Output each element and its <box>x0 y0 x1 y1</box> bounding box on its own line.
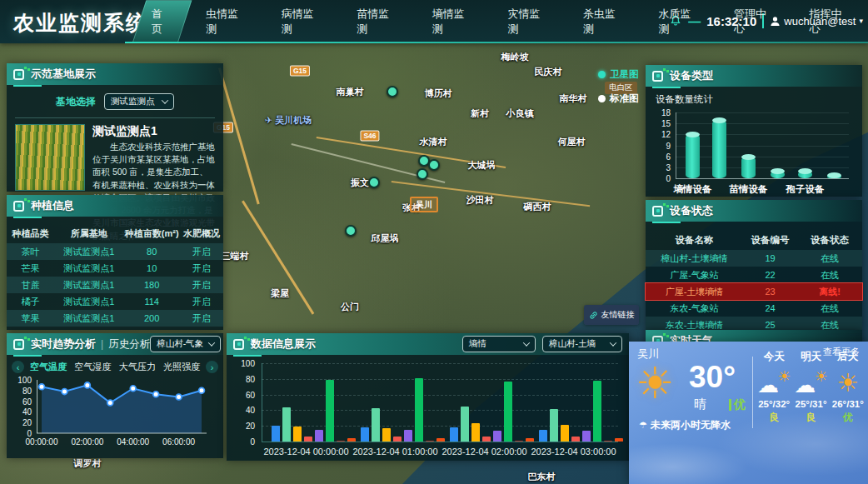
forecast-column-1: 明天☀☁25°/31°良 <box>792 350 829 425</box>
bar <box>471 423 480 442</box>
nav-item-0[interactable]: 首页 <box>139 0 185 43</box>
table-cell: 开启 <box>180 246 223 258</box>
map-place-label: 公门 <box>341 301 359 313</box>
table-header-row: 设备名称设备编号设备状态 <box>646 230 862 250</box>
y-axis-label: 100 <box>10 376 32 385</box>
y-axis-label: 20 <box>10 418 32 427</box>
device-id: 25 <box>743 320 797 330</box>
panel-header: 设备类型 <box>646 65 862 87</box>
device-type-bar-chart: 0369121518墒情设备苗情设备孢子设备 <box>646 107 862 196</box>
x-axis-label: 苗情设备 <box>721 183 776 196</box>
column-header: 水肥概况 <box>180 227 223 240</box>
bar <box>550 409 558 442</box>
nav-item-4[interactable]: 墒情监测 <box>420 0 487 43</box>
panel-header: 种植信息 <box>7 195 223 217</box>
panel-icon <box>13 201 24 212</box>
bar <box>415 378 423 442</box>
panel-header: 实时趋势分析 | 历史分析 樟山村-气象 <box>7 333 223 355</box>
device-marker[interactable] <box>345 225 357 237</box>
chevron-down-icon <box>162 97 168 103</box>
trend-tab-3[interactable]: 光照强度 <box>160 359 203 375</box>
forecast-quality: 良 <box>792 411 829 425</box>
y-axis-label: 60 <box>233 391 255 400</box>
radio-dot-icon <box>598 95 606 102</box>
data-type-select[interactable]: 墒情 <box>462 336 536 352</box>
bar <box>304 437 312 442</box>
forecast-columns: 今天☀☁25°/32°良明天☀☁25°/31°良后天☀26°/31°优 <box>756 350 866 425</box>
device-marker[interactable] <box>368 177 380 188</box>
map-place-label: 民庆村 <box>535 66 562 78</box>
nav-item-label: 虫情监测 <box>206 7 238 35</box>
map-layer-toggle: 卫星图 标准图 <box>598 68 639 107</box>
map-place-label: 沙田村 <box>466 194 494 207</box>
device-id: 22 <box>743 270 797 280</box>
layer-option-satellite[interactable]: 卫星图 <box>598 68 639 81</box>
y-axis-label: 15 <box>649 119 671 128</box>
nav-item-label: 杀虫监测 <box>583 7 616 35</box>
table-cell: 114 <box>123 297 180 307</box>
trend-tab-0[interactable]: 空气温度 <box>27 359 70 375</box>
device-marker[interactable] <box>428 159 440 171</box>
grid-line <box>262 379 618 380</box>
nav-item-1[interactable]: 虫情监测 <box>193 0 261 43</box>
x-axis-label: 孢子设备 <box>778 183 833 196</box>
layer-option-standard[interactable]: 标准图 <box>598 92 639 105</box>
map-place-label: 新村 <box>471 107 489 120</box>
table-cell: 测试监测点1 <box>54 312 123 325</box>
bar <box>272 426 280 442</box>
trend-station-select[interactable]: 樟山村-气象 <box>150 336 221 352</box>
base-select-label: 基地选择 <box>56 95 96 109</box>
table-cell: 苹果 <box>7 312 54 325</box>
map-place-label: 巴东村 <box>528 471 556 483</box>
table-row: 广屋-土壤墒情23离线! <box>646 283 862 300</box>
y-axis-label: 40 <box>10 407 32 417</box>
base-select[interactable]: 测试监测点 <box>104 93 174 110</box>
table-row: 广屋-气象站22在线 <box>646 267 862 283</box>
nav-item-6[interactable]: 杀虫监测 <box>571 0 638 43</box>
panel-title: 数据信息展示 <box>251 337 316 352</box>
table-row: 橘子测试监测点1114开启 <box>7 293 223 310</box>
map-place-label: 博历村 <box>425 87 452 100</box>
panel-subtitle[interactable]: 历史分析 <box>108 337 150 352</box>
current-temp: 30° <box>689 360 736 395</box>
table-cell: 200 <box>123 313 180 323</box>
nav-item-3[interactable]: 苗情监测 <box>344 0 412 43</box>
forecast-temps: 26°/31° <box>830 399 866 409</box>
divider <box>752 357 753 428</box>
nav-item-2[interactable]: 病情监测 <box>269 0 337 43</box>
table-cell: 甘蔗 <box>7 279 54 292</box>
map-place-label: 何屋村 <box>558 136 586 148</box>
bar-cylinder <box>712 120 726 178</box>
city-label-box: 吴川 <box>410 197 438 212</box>
bar <box>526 438 534 442</box>
panel-icon <box>13 339 24 350</box>
table-cell: 开启 <box>180 296 223 308</box>
data-station-select[interactable]: 樟山村-土墒 <box>542 336 622 352</box>
grid-line <box>676 134 849 135</box>
tab-next-icon[interactable]: › <box>206 361 218 373</box>
grid-line <box>676 146 849 147</box>
trend-station-value: 樟山村-气象 <box>157 338 203 350</box>
map-place-label: 梅岭坡 <box>501 51 529 63</box>
device-id: 19 <box>743 253 797 263</box>
bar <box>337 441 345 442</box>
bar <box>426 441 434 442</box>
bar <box>582 431 591 442</box>
tab-prev-icon[interactable]: ‹ <box>12 361 24 373</box>
friend-link-button[interactable]: 友情链接 <box>584 305 639 325</box>
app-title: 农业监测系统 <box>13 9 148 37</box>
trend-tab-1[interactable]: 空气湿度 <box>71 359 114 375</box>
rice-photo <box>15 124 85 191</box>
group-label: 2023-12-04 02:00:00 <box>440 447 529 457</box>
chevron-down-icon <box>208 339 215 346</box>
nav-item-5[interactable]: 灾情监测 <box>495 0 562 43</box>
road-badge: G15 <box>290 66 310 77</box>
device-marker[interactable] <box>387 86 398 97</box>
device-marker[interactable] <box>417 168 428 180</box>
forecast-day: 后天 <box>830 350 866 364</box>
y-axis-label: 100 <box>233 359 255 368</box>
trend-tab-2[interactable]: 大气压力 <box>116 359 159 375</box>
airplane-icon: ✈ <box>265 115 272 125</box>
column-header: 种植品类 <box>7 227 54 240</box>
map-place-label: 南巢村 <box>337 86 364 98</box>
